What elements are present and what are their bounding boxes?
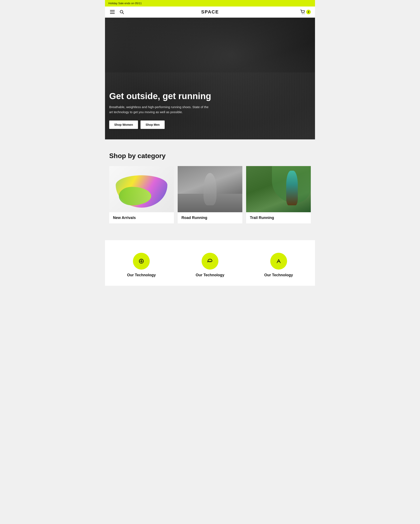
category-section-title: Shop by category xyxy=(109,152,311,160)
hero-section: Get outside, get running Breathable, wei… xyxy=(105,18,315,140)
category-card-trail-running[interactable]: Trail Running xyxy=(246,166,311,223)
tech-icon-2-graphic xyxy=(206,257,214,265)
hero-content: Get outside, get running Breathable, wei… xyxy=(109,91,311,129)
tech-item-3: Our Technology xyxy=(246,253,311,277)
cart-count: 2 xyxy=(306,10,311,14)
tech-icon-2 xyxy=(201,253,219,270)
svg-point-5 xyxy=(302,13,303,14)
tech-section: Our Technology Our Technology Our Techno… xyxy=(105,240,315,286)
category-card-road-running[interactable]: Road Running xyxy=(178,166,242,223)
tech-icon-3-graphic xyxy=(275,257,282,265)
tech-title-3: Our Technology xyxy=(246,273,311,277)
category-label-new-arrivals: New Arrivals xyxy=(109,212,174,223)
tech-icon-1-graphic xyxy=(138,257,145,265)
cart-button[interactable]: 2 xyxy=(300,10,311,14)
navbar-right: 2 xyxy=(300,10,311,14)
cart-icon xyxy=(300,10,305,14)
tech-item-1: Our Technology xyxy=(109,253,174,277)
tech-icon-1 xyxy=(133,253,150,270)
hero-subtitle: Breathable, weightless and high-performi… xyxy=(109,105,210,115)
navbar-left xyxy=(109,9,125,15)
tech-title-1: Our Technology xyxy=(109,273,174,277)
category-section: Shop by category New Arrivals Road Runni… xyxy=(105,140,315,240)
announcement-bar: Holiday Sale ends on 05/11 xyxy=(105,0,315,7)
shop-women-button[interactable]: Shop Women xyxy=(109,121,138,129)
shop-men-button[interactable]: Shop Men xyxy=(140,121,165,129)
category-image-trail-running xyxy=(246,166,311,212)
svg-rect-2 xyxy=(110,13,115,14)
brand-logo[interactable]: SPACE xyxy=(201,9,219,15)
tech-icon-3 xyxy=(270,253,287,270)
category-card-new-arrivals[interactable]: New Arrivals xyxy=(109,166,174,223)
category-label-trail-running: Trail Running xyxy=(246,212,311,223)
svg-rect-1 xyxy=(110,12,115,12)
hero-buttons: Shop Women Shop Men xyxy=(109,121,311,129)
navbar: SPACE 2 xyxy=(105,7,315,18)
category-image-road-running xyxy=(178,166,242,212)
category-grid: New Arrivals Road Running Trail Running xyxy=(109,166,311,223)
tech-item-2: Our Technology xyxy=(178,253,242,277)
announcement-text: Holiday Sale ends on 05/11 xyxy=(108,2,142,5)
hero-title: Get outside, get running xyxy=(109,91,311,101)
category-image-new-arrivals xyxy=(109,166,174,212)
svg-line-4 xyxy=(123,13,124,14)
hamburger-icon xyxy=(110,10,115,14)
search-icon xyxy=(120,10,124,14)
category-label-road-running: Road Running xyxy=(178,212,242,223)
menu-button[interactable] xyxy=(109,9,115,15)
tech-title-2: Our Technology xyxy=(178,273,242,277)
svg-rect-0 xyxy=(110,10,115,11)
svg-point-6 xyxy=(304,13,304,14)
search-button[interactable] xyxy=(119,9,125,15)
